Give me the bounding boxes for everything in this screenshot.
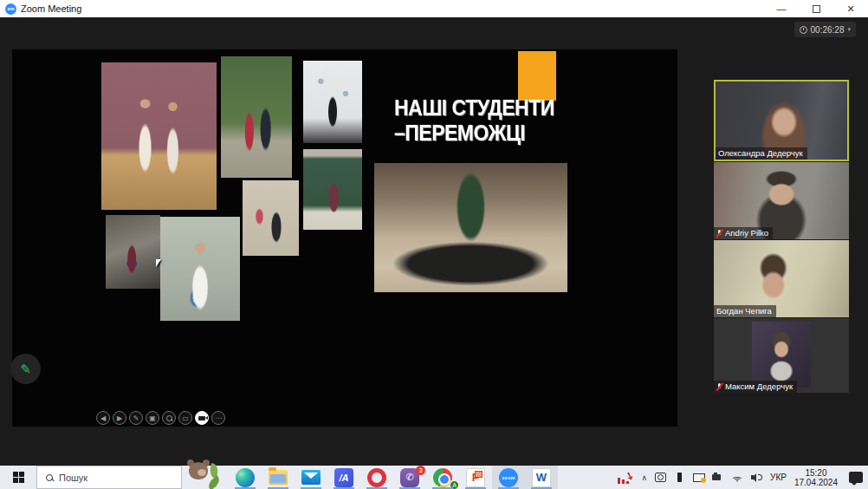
taskbar-powerpoint[interactable]: P <box>459 466 492 489</box>
search-icon <box>46 474 53 481</box>
restore-button[interactable] <box>799 0 833 17</box>
participant-name: Максим Дедерчук <box>725 381 793 391</box>
taskbar-clock[interactable]: 15:20 17.04.2024 <box>794 468 838 487</box>
show-hidden-icons-button[interactable]: ∧ <box>641 473 647 482</box>
shared-screen-slide: НАШІ СТУДЕНТИ –ПЕРЕМОЖЦІ ◀ ▶ ✎ ▣ ▭ ⋯ <box>12 49 677 427</box>
powerpoint-icon: P <box>466 468 485 487</box>
zoom-magnifier-button[interactable] <box>162 411 176 425</box>
more-options-button[interactable]: ⋯ <box>211 411 225 425</box>
zoom-icon: zoom <box>499 468 518 487</box>
meeting-content: 00:26:28 ▾ НАШІ СТУДЕНТИ –ПЕРЕМОЖЦІ ◀ ▶ … <box>0 17 868 466</box>
photo-sponsor-wall <box>303 61 362 143</box>
slide-accent-bar <box>518 51 556 101</box>
viber-notification-badge: 3 <box>416 466 425 475</box>
mouse-cursor <box>156 259 161 267</box>
photo-students-certificates-room <box>101 62 217 210</box>
slide-title: НАШІ СТУДЕНТИ –ПЕРЕМОЖЦІ <box>394 95 585 145</box>
minimize-button[interactable]: — <box>764 0 799 17</box>
cast-device-icon[interactable] <box>655 473 666 482</box>
pen-button[interactable]: ✎ <box>129 411 143 425</box>
taskbar-mail[interactable] <box>295 466 327 489</box>
system-tray: ➘ ∧ УКР 15:20 17.04.2024 <box>618 466 868 489</box>
usb-device-icon[interactable] <box>674 473 685 482</box>
taskbar-app-icons: /A ✆ 3 A P zoom W <box>229 466 558 489</box>
next-slide-button[interactable]: ▶ <box>113 411 126 425</box>
participant-name: Богдан Чепига <box>716 306 772 316</box>
speaker-icon[interactable] <box>751 473 762 482</box>
action-center-icon[interactable] <box>849 472 863 483</box>
annotate-pencil-button[interactable]: ✎ <box>10 354 41 384</box>
mic-muted-icon <box>716 229 722 238</box>
camera-button[interactable] <box>195 411 209 425</box>
chevron-down-icon: ▾ <box>847 26 851 33</box>
stocks-decline-icon[interactable]: ➘ <box>618 472 633 484</box>
clock-icon <box>800 26 807 34</box>
taskbar-edge[interactable] <box>229 466 262 489</box>
photo-couple-outdoor <box>221 56 292 178</box>
bear-muzzle <box>198 469 206 476</box>
camera-device-icon[interactable] <box>712 473 723 482</box>
taskbar-abbyy[interactable]: /A <box>327 466 360 489</box>
participant-name-label: Максим Дедерчук <box>714 381 797 393</box>
taskbar-viber[interactable]: ✆ 3 <box>393 466 426 489</box>
file-explorer-icon <box>269 470 288 485</box>
participant-tile[interactable]: Andriy Pilko <box>714 162 849 239</box>
wifi-icon[interactable] <box>731 473 743 482</box>
taskbar-date: 17.04.2024 <box>794 478 838 487</box>
photo-certificate-flowers <box>243 180 299 256</box>
magnifier-icon <box>166 415 172 421</box>
participant-profile-photo <box>752 322 811 388</box>
taskbar-opera[interactable] <box>360 466 393 489</box>
window-title: Zoom Meeting <box>21 3 81 14</box>
leaf <box>206 475 223 489</box>
abbyy-icon: /A <box>334 468 353 487</box>
edge-icon <box>236 468 255 487</box>
photo-group-christmas-tree <box>374 163 567 292</box>
search-placeholder: Пошук <box>59 473 87 483</box>
windows-taskbar: Пошук /A ✆ 3 A P zoom W ➘ ∧ <box>0 466 868 489</box>
taskbar-zoom[interactable]: zoom <box>492 466 525 489</box>
windows-logo-icon <box>13 472 24 483</box>
start-button[interactable] <box>0 466 36 489</box>
participant-name: Олександра Дедерчук <box>718 148 803 158</box>
zoom-app-icon: zm <box>5 3 16 15</box>
participant-name-label: Andriy Pilko <box>714 227 773 239</box>
photo-white-shirt-certificate <box>160 217 240 321</box>
close-button[interactable]: ✕ <box>833 0 868 17</box>
mail-icon <box>301 470 321 485</box>
photo-chalkboard <box>303 149 362 230</box>
opera-icon <box>367 468 386 487</box>
window-titlebar: zm Zoom Meeting — ✕ <box>0 0 868 17</box>
language-indicator[interactable]: УКР <box>770 473 787 482</box>
participant-name: Andriy Pilko <box>725 228 768 238</box>
display-notification-icon[interactable] <box>693 473 704 482</box>
see-all-slides-button[interactable]: ▣ <box>146 411 159 425</box>
taskbar-chrome[interactable]: A <box>426 466 459 489</box>
search-highlight-bear-image[interactable] <box>182 466 220 489</box>
word-icon: W <box>532 468 551 487</box>
taskbar-word[interactable]: W <box>525 466 558 489</box>
slide-title-line2: –ПЕРЕМОЖЦІ <box>394 120 585 145</box>
slideshow-toolbar: ◀ ▶ ✎ ▣ ▭ ⋯ <box>96 411 225 425</box>
slide-title-line1: НАШІ СТУДЕНТИ <box>394 95 585 120</box>
photo-outdoor-certificate <box>106 215 160 289</box>
captions-button[interactable]: ▭ <box>178 411 192 425</box>
participant-tile[interactable]: Олександра Дедерчук <box>714 80 849 161</box>
previous-slide-button[interactable]: ◀ <box>96 411 110 425</box>
restore-icon <box>813 5 820 13</box>
taskbar-file-explorer[interactable] <box>262 466 295 489</box>
camera-icon <box>198 416 205 421</box>
meeting-timer[interactable]: 00:26:28 ▾ <box>794 22 856 37</box>
timer-value: 00:26:28 <box>811 25 845 35</box>
chrome-extension-badge: A <box>450 480 459 489</box>
taskbar-time: 15:20 <box>794 468 838 478</box>
participant-name-label: Олександра Дедерчук <box>716 147 807 160</box>
participant-tile[interactable]: Богдан Чепига <box>714 240 849 317</box>
mic-muted-icon <box>716 382 722 391</box>
taskbar-search-input[interactable]: Пошук <box>36 466 182 489</box>
participant-tile[interactable]: Максим Дедерчук <box>714 318 849 393</box>
participant-name-label: Богдан Чепига <box>714 305 776 317</box>
